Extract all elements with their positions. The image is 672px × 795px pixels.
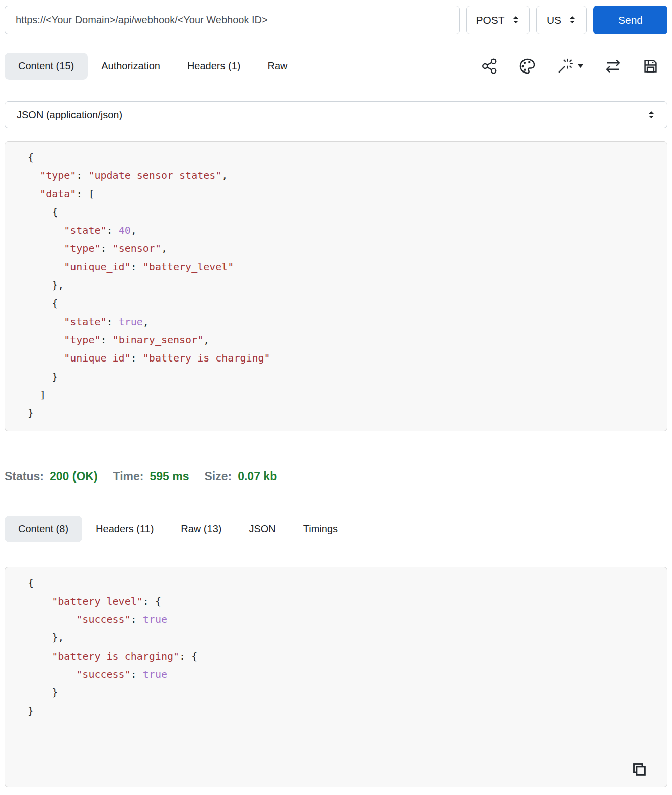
request-tabs-row: Content (15)AuthorizationHeaders (1)Raw <box>5 53 667 80</box>
chevron-updown-icon <box>568 15 576 25</box>
code-line: } <box>28 683 197 701</box>
content-type-value: JSON (application/json) <box>17 109 122 121</box>
response-status-bar: Status: 200 (OK) Time: 595 ms Size: 0.07… <box>5 470 667 486</box>
code-line: "success": true <box>28 610 197 628</box>
code-line: "unique_id": "battery_level" <box>28 258 270 276</box>
request-body-editor[interactable]: { "type": "update_sensor_states", "data"… <box>5 141 667 431</box>
chevron-updown-icon <box>647 110 655 120</box>
section-divider <box>5 456 667 456</box>
share-icon <box>481 57 498 75</box>
copy-response-button[interactable] <box>630 760 648 780</box>
editor-gutter <box>5 142 19 431</box>
save-icon <box>642 57 659 75</box>
method-select-value: POST <box>476 14 504 26</box>
time-value: 595 ms <box>150 470 189 483</box>
code-line: "state": true, <box>28 313 270 331</box>
tab-content-15[interactable]: Content (15) <box>5 53 88 80</box>
api-tester-page: POST US Send Content (15)AuthorizationHe… <box>0 0 672 787</box>
region-select[interactable]: US <box>536 6 587 34</box>
tab-raw[interactable]: Raw <box>254 53 302 80</box>
swap-button[interactable] <box>604 57 622 75</box>
code-line: }, <box>28 276 270 294</box>
tab-timings[interactable]: Timings <box>289 516 351 542</box>
code-line: "type": "sensor", <box>28 239 270 257</box>
copy-icon <box>630 760 648 778</box>
request-tabs: Content (15)AuthorizationHeaders (1)Raw <box>5 53 302 80</box>
request-toolbar <box>481 57 667 75</box>
viewer-gutter <box>5 567 19 787</box>
code-line: "success": true <box>28 665 197 683</box>
status-value: 200 (OK) <box>50 470 98 483</box>
response-tabs: Content (8)Headers (11)Raw (13)JSONTimin… <box>5 516 351 542</box>
code-line: } <box>28 404 270 422</box>
code-line: "unique_id": "battery_is_charging" <box>28 349 270 367</box>
method-select[interactable]: POST <box>466 6 530 34</box>
response-body-code: { "battery_level": { "success": true }, … <box>19 567 207 787</box>
response-tabs-row: Content (8)Headers (11)Raw (13)JSONTimin… <box>5 516 667 542</box>
code-line: "state": 40, <box>28 221 270 239</box>
time-group: Time: 595 ms <box>113 470 189 483</box>
share-button[interactable] <box>481 57 498 75</box>
caret-down-icon <box>577 64 584 68</box>
tab-headers-11[interactable]: Headers (11) <box>82 516 167 542</box>
status-group: Status: 200 (OK) <box>5 470 98 483</box>
tab-json[interactable]: JSON <box>235 516 289 542</box>
request-body-code: { "type": "update_sensor_states", "data"… <box>19 142 280 431</box>
tab-raw-13[interactable]: Raw (13) <box>167 516 235 542</box>
status-label: Status: <box>5 470 44 483</box>
send-button[interactable]: Send <box>593 6 667 34</box>
code-line: "battery_level": { <box>28 592 197 610</box>
code-line: { <box>28 203 270 221</box>
palette-icon <box>518 57 536 75</box>
save-request-button[interactable] <box>642 57 659 75</box>
code-line: { <box>28 148 270 166</box>
time-label: Time: <box>113 470 144 483</box>
tab-content-8[interactable]: Content (8) <box>5 516 82 542</box>
content-type-select[interactable]: JSON (application/json) <box>5 101 667 128</box>
code-line: } <box>28 368 270 386</box>
tab-headers-1[interactable]: Headers (1) <box>174 53 254 80</box>
size-label: Size: <box>205 470 232 483</box>
swap-arrows-icon <box>604 57 622 75</box>
code-line: ] <box>28 386 270 404</box>
size-value: 0.07 kb <box>238 470 277 483</box>
content-type-row: JSON (application/json) <box>5 101 667 128</box>
magic-actions-button[interactable] <box>556 57 584 75</box>
theme-button[interactable] <box>518 57 536 75</box>
magic-wand-icon <box>556 57 574 75</box>
code-line: "battery_is_charging": { <box>28 647 197 665</box>
response-body-viewer: { "battery_level": { "success": true }, … <box>5 567 667 787</box>
request-url-row: POST US Send <box>5 6 667 34</box>
chevron-updown-icon <box>512 15 520 25</box>
code-line: { <box>28 294 270 312</box>
code-line: } <box>28 702 197 720</box>
region-select-value: US <box>547 14 561 26</box>
code-line: "type": "binary_sensor", <box>28 331 270 349</box>
size-group: Size: 0.07 kb <box>205 470 277 483</box>
url-input[interactable] <box>5 6 460 34</box>
code-line: "data": [ <box>28 185 270 203</box>
tab-authorization[interactable]: Authorization <box>88 53 174 80</box>
code-line: "type": "update_sensor_states", <box>28 166 270 184</box>
code-line: }, <box>28 628 197 646</box>
code-line: { <box>28 573 197 592</box>
